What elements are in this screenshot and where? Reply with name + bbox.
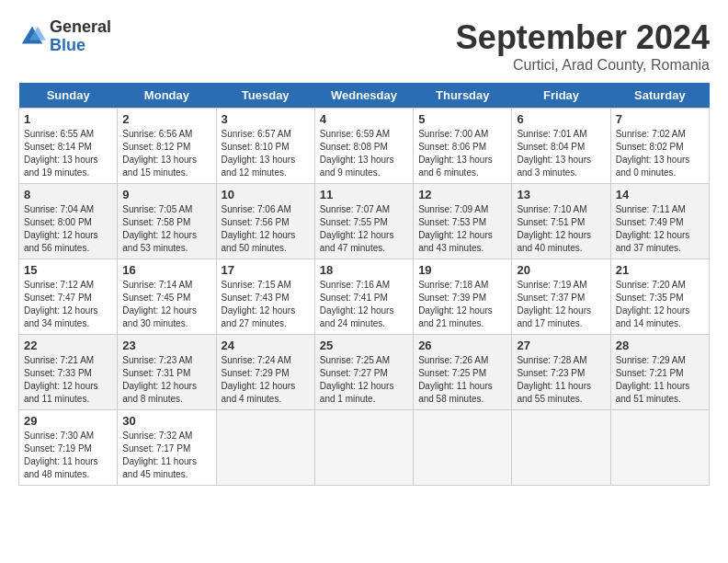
logo-general: General	[50, 18, 111, 37]
table-row: 28Sunrise: 7:29 AMSunset: 7:21 PMDayligh…	[610, 335, 709, 410]
day-number: 14	[616, 188, 704, 201]
header-thursday: Thursday	[414, 83, 512, 109]
day-info: Sunrise: 7:24 AMSunset: 7:29 PMDaylight:…	[222, 354, 310, 406]
day-number: 15	[24, 263, 112, 277]
table-row: 16Sunrise: 7:14 AMSunset: 7:45 PMDayligh…	[118, 259, 216, 335]
day-info: Sunrise: 7:16 AMSunset: 7:41 PMDaylight:…	[320, 279, 408, 330]
table-row	[512, 410, 610, 486]
title-block: September 2024 Curtici, Arad County, Rom…	[456, 18, 710, 74]
day-number: 26	[418, 339, 506, 352]
table-row: 9Sunrise: 7:05 AMSunset: 7:58 PMDaylight…	[118, 184, 216, 259]
day-info: Sunrise: 7:05 AMSunset: 7:58 PMDaylight:…	[122, 203, 210, 255]
day-info: Sunrise: 7:32 AMSunset: 7:17 PMDaylight:…	[122, 430, 210, 481]
day-number: 11	[320, 188, 408, 201]
day-info: Sunrise: 7:00 AMSunset: 8:06 PMDaylight:…	[418, 128, 506, 179]
table-row: 21Sunrise: 7:20 AMSunset: 7:35 PMDayligh…	[610, 259, 709, 335]
day-info: Sunrise: 7:01 AMSunset: 8:04 PMDaylight:…	[517, 128, 605, 179]
day-number: 27	[517, 339, 605, 352]
location-subtitle: Curtici, Arad County, Romania	[456, 57, 710, 74]
day-info: Sunrise: 7:26 AMSunset: 7:25 PMDaylight:…	[418, 354, 506, 406]
table-row: 30Sunrise: 7:32 AMSunset: 7:17 PMDayligh…	[118, 410, 216, 486]
day-number: 7	[616, 112, 704, 126]
table-row: 1Sunrise: 6:55 AMSunset: 8:14 PMDaylight…	[19, 109, 118, 184]
table-row: 10Sunrise: 7:06 AMSunset: 7:56 PMDayligh…	[216, 184, 314, 259]
table-row	[314, 410, 413, 486]
day-number: 21	[616, 263, 704, 277]
table-row: 15Sunrise: 7:12 AMSunset: 7:47 PMDayligh…	[19, 259, 118, 335]
table-row: 4Sunrise: 6:59 AMSunset: 8:08 PMDaylight…	[314, 109, 413, 184]
day-info: Sunrise: 7:12 AMSunset: 7:47 PMDaylight:…	[24, 279, 112, 330]
header-sunday: Sunday	[19, 83, 118, 109]
page-header: General Blue September 2024 Curtici, Ara…	[18, 18, 710, 74]
day-info: Sunrise: 7:10 AMSunset: 7:51 PMDaylight:…	[517, 203, 605, 255]
calendar-row: 1Sunrise: 6:55 AMSunset: 8:14 PMDaylight…	[19, 109, 710, 184]
table-row: 25Sunrise: 7:25 AMSunset: 7:27 PMDayligh…	[314, 335, 413, 410]
day-info: Sunrise: 7:21 AMSunset: 7:33 PMDaylight:…	[24, 354, 112, 406]
day-info: Sunrise: 7:14 AMSunset: 7:45 PMDaylight:…	[122, 279, 210, 330]
day-info: Sunrise: 7:30 AMSunset: 7:19 PMDaylight:…	[24, 430, 112, 481]
day-info: Sunrise: 7:07 AMSunset: 7:55 PMDaylight:…	[320, 203, 408, 255]
day-info: Sunrise: 7:23 AMSunset: 7:31 PMDaylight:…	[122, 354, 210, 406]
table-row: 19Sunrise: 7:18 AMSunset: 7:39 PMDayligh…	[414, 259, 512, 335]
day-number: 2	[122, 112, 210, 126]
day-info: Sunrise: 7:29 AMSunset: 7:21 PMDaylight:…	[616, 354, 704, 406]
day-number: 19	[418, 263, 506, 277]
table-row: 13Sunrise: 7:10 AMSunset: 7:51 PMDayligh…	[512, 184, 610, 259]
day-info: Sunrise: 7:04 AMSunset: 8:00 PMDaylight:…	[24, 203, 112, 255]
day-number: 9	[122, 188, 210, 201]
logo-text: General Blue	[50, 18, 111, 55]
day-info: Sunrise: 6:59 AMSunset: 8:08 PMDaylight:…	[320, 128, 408, 179]
calendar-row: 29Sunrise: 7:30 AMSunset: 7:19 PMDayligh…	[19, 410, 710, 486]
table-row: 24Sunrise: 7:24 AMSunset: 7:29 PMDayligh…	[216, 335, 314, 410]
day-info: Sunrise: 6:56 AMSunset: 8:12 PMDaylight:…	[122, 128, 210, 179]
header-tuesday: Tuesday	[216, 83, 314, 109]
day-number: 17	[222, 263, 310, 277]
table-row: 14Sunrise: 7:11 AMSunset: 7:49 PMDayligh…	[610, 184, 709, 259]
table-row: 8Sunrise: 7:04 AMSunset: 8:00 PMDaylight…	[19, 184, 118, 259]
table-row	[414, 410, 512, 486]
day-number: 12	[418, 188, 506, 201]
day-info: Sunrise: 7:25 AMSunset: 7:27 PMDaylight:…	[320, 354, 408, 406]
day-number: 22	[24, 339, 112, 352]
day-number: 16	[122, 263, 210, 277]
table-row: 27Sunrise: 7:28 AMSunset: 7:23 PMDayligh…	[512, 335, 610, 410]
table-row: 7Sunrise: 7:02 AMSunset: 8:02 PMDaylight…	[610, 109, 709, 184]
calendar-row: 15Sunrise: 7:12 AMSunset: 7:47 PMDayligh…	[19, 259, 710, 335]
day-number: 13	[517, 188, 605, 201]
day-info: Sunrise: 7:28 AMSunset: 7:23 PMDaylight:…	[517, 354, 605, 406]
day-number: 5	[418, 112, 506, 126]
table-row: 29Sunrise: 7:30 AMSunset: 7:19 PMDayligh…	[19, 410, 118, 486]
day-number: 10	[222, 188, 310, 201]
day-number: 18	[320, 263, 408, 277]
logo-blue: Blue	[50, 37, 111, 55]
table-row: 17Sunrise: 7:15 AMSunset: 7:43 PMDayligh…	[216, 259, 314, 335]
table-row: 5Sunrise: 7:00 AMSunset: 8:06 PMDaylight…	[414, 109, 512, 184]
header-wednesday: Wednesday	[314, 83, 413, 109]
day-number: 20	[517, 263, 605, 277]
day-info: Sunrise: 7:02 AMSunset: 8:02 PMDaylight:…	[616, 128, 704, 179]
calendar-header-row: Sunday Monday Tuesday Wednesday Thursday…	[19, 83, 710, 109]
day-number: 25	[320, 339, 408, 352]
table-row: 22Sunrise: 7:21 AMSunset: 7:33 PMDayligh…	[19, 335, 118, 410]
logo: General Blue	[18, 18, 111, 55]
day-info: Sunrise: 7:09 AMSunset: 7:53 PMDaylight:…	[418, 203, 506, 255]
header-friday: Friday	[512, 83, 610, 109]
table-row: 12Sunrise: 7:09 AMSunset: 7:53 PMDayligh…	[414, 184, 512, 259]
day-info: Sunrise: 7:20 AMSunset: 7:35 PMDaylight:…	[616, 279, 704, 330]
day-number: 28	[616, 339, 704, 352]
table-row: 2Sunrise: 6:56 AMSunset: 8:12 PMDaylight…	[118, 109, 216, 184]
day-info: Sunrise: 6:57 AMSunset: 8:10 PMDaylight:…	[222, 128, 310, 179]
day-number: 29	[24, 414, 112, 428]
table-row: 26Sunrise: 7:26 AMSunset: 7:25 PMDayligh…	[414, 335, 512, 410]
day-info: Sunrise: 7:19 AMSunset: 7:37 PMDaylight:…	[517, 279, 605, 330]
main-title: September 2024	[456, 18, 710, 57]
table-row	[610, 410, 709, 486]
day-info: Sunrise: 6:55 AMSunset: 8:14 PMDaylight:…	[24, 128, 112, 179]
table-row: 23Sunrise: 7:23 AMSunset: 7:31 PMDayligh…	[118, 335, 216, 410]
day-number: 6	[517, 112, 605, 126]
day-info: Sunrise: 7:18 AMSunset: 7:39 PMDaylight:…	[418, 279, 506, 330]
day-number: 4	[320, 112, 408, 126]
table-row: 20Sunrise: 7:19 AMSunset: 7:37 PMDayligh…	[512, 259, 610, 335]
calendar-row: 22Sunrise: 7:21 AMSunset: 7:33 PMDayligh…	[19, 335, 710, 410]
day-number: 23	[122, 339, 210, 352]
